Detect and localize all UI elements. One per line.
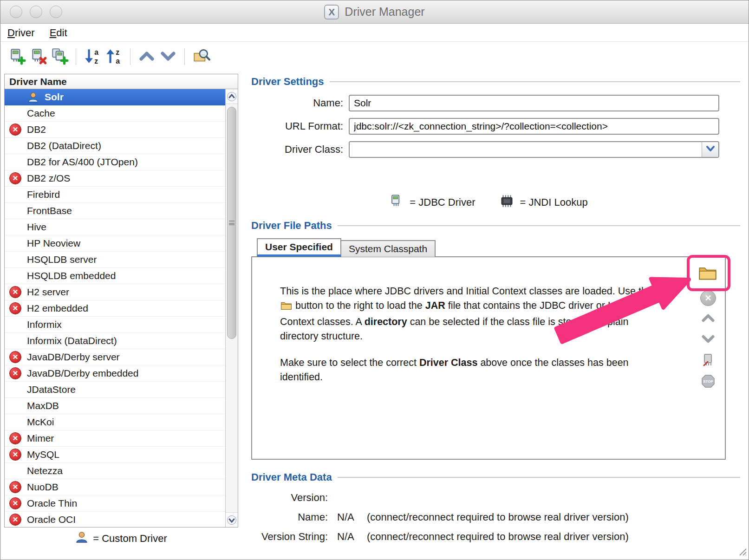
minimize-button[interactable] [30,6,42,18]
error-icon: ✕ [9,302,21,314]
driver-name-label: H2 embedded [27,303,88,314]
check-driver-button[interactable] [699,351,717,370]
driver-row-hsqldb-server[interactable]: HSQLDB server [5,252,225,268]
driver-class-dropdown-button[interactable] [702,142,718,157]
driver-icon-placeholder [9,107,23,119]
driver-row-informix[interactable]: Informix [5,317,225,333]
name-input[interactable] [349,95,719,111]
scroll-grip [229,221,234,225]
driver-row-h2-embedded[interactable]: ✕H2 embedded [5,300,225,317]
move-up-button[interactable] [136,46,157,67]
driver-row-oracle-thin[interactable]: ✕Oracle Thin [5,495,225,512]
driver-name-label: DB2 z/OS [27,173,70,184]
move-path-down-button[interactable] [699,330,717,349]
error-icon: ✕ [9,172,21,184]
toolbar-separator [76,48,76,65]
close-button[interactable] [10,6,22,18]
meta-version-string-row: Version String: N/A (connect/reconnect r… [251,529,629,545]
driver-row-solr[interactable]: Solr [5,89,225,105]
driver-name-label: MaxDB [27,400,59,411]
scroll-thumb[interactable] [227,107,236,339]
driver-icon-placeholder [9,270,23,282]
move-down-button[interactable] [157,46,179,67]
driver-name-label: HSQLDB server [27,254,97,265]
sort-descending-button[interactable]: az [82,46,103,67]
version-string-value: N/A [328,529,357,545]
driver-row-maxdb[interactable]: MaxDB [5,398,225,414]
scroll-down-button[interactable] [226,512,238,527]
driver-row-mysql[interactable]: ✕MySQL [5,447,225,463]
driver-settings-section: Driver Settings [251,76,740,88]
remove-path-button[interactable]: ✕ [699,289,717,307]
stop-icon: STOP [700,373,716,391]
driver-row-jdatastore[interactable]: JDataStore [5,382,225,398]
driver-row-oracle-oci[interactable]: ✕Oracle OCI [5,512,225,527]
toolbar: az za [0,42,749,71]
driver-row-mckoi[interactable]: McKoi [5,414,225,430]
scroll-up-button[interactable] [226,89,238,104]
driver-icon-placeholder [9,400,23,412]
meta-name-row: Name: N/A (connect/reconnect required to… [251,509,629,525]
copy-driver-icon [50,47,69,67]
tab-user-specified[interactable]: User Specified [257,238,341,257]
driver-name-label: FrontBase [27,205,72,216]
tab-system-classpath[interactable]: System Classpath [341,240,436,257]
driver-list-header[interactable]: Driver Name [5,74,238,89]
driver-row-hsqldb-embedded[interactable]: HSQLDB embedded [5,268,225,284]
driver-row-cache[interactable]: Cache [5,105,225,122]
filter-button[interactable] [190,46,212,67]
add-jar-button[interactable] [696,261,719,285]
driver-name-label: DB2 (DataDirect) [27,140,101,151]
new-driver-button[interactable] [6,46,27,67]
driver-row-firebird[interactable]: Firebird [5,187,225,203]
driver-row-db2[interactable]: ✕DB2 [5,122,225,138]
jndi-legend-text: = JNDI Lookup [520,196,588,208]
desc-text: This is the place where JDBC drivers and… [280,286,652,297]
driver-row-db2-for-as-400-jtopen[interactable]: DB2 for AS/400 (JTOpen) [5,154,225,170]
chevron-up-icon [137,49,156,65]
driver-row-javadb-derby-embedded[interactable]: ✕JavaDB/Derby embedded [5,365,225,382]
driver-name-label: Netezza [27,465,63,476]
svg-text:a: a [94,48,98,56]
driver-name-label: HSQLDB embedded [27,270,116,281]
driver-row-nuodb[interactable]: ✕NuoDB [5,479,225,495]
sort-ascending-button[interactable]: za [103,46,124,67]
menu-driver[interactable]: Driver [7,27,35,39]
remove-icon: ✕ [700,290,716,306]
driver-name-label: H2 server [27,287,69,298]
driver-row-netezza[interactable]: Netezza [5,463,225,479]
desc-bold: Driver Class [419,357,478,368]
driver-row-javadb-derby-server[interactable]: ✕JavaDB/Derby server [5,349,225,365]
svg-text:z: z [116,48,119,56]
chevron-down-icon [706,145,715,154]
description-paragraph-2: Make sure to select the correct Driver C… [280,356,656,384]
desc-bold: JAR [425,300,445,311]
driver-name-label: MySQL [27,449,59,460]
driver-row-hp-neoview[interactable]: HP Neoview [5,235,225,252]
copy-driver-button[interactable] [49,46,70,67]
driver-row-mimer[interactable]: ✕Mimer [5,430,225,447]
url-format-input[interactable] [349,118,719,135]
delete-driver-button[interactable] [27,46,49,67]
toolbar-separator [184,48,185,65]
driver-row-frontbase[interactable]: FrontBase [5,203,225,219]
chevron-down-icon [158,49,178,65]
driver-row-h2-server[interactable]: ✕H2 server [5,284,225,300]
driver-row-db2-z-os[interactable]: ✕DB2 z/OS [5,170,225,187]
driver-manager-window: X Driver Manager Driver Edit az za [0,0,749,560]
zoom-button[interactable] [50,6,62,18]
version-string-label: Version String: [251,529,328,545]
driver-row-db2-datadirect[interactable]: DB2 (DataDirect) [5,138,225,154]
custom-driver-legend-text: = Custom Driver [93,533,167,545]
driver-class-combobox [349,141,719,158]
driver-row-informix-datadirect[interactable]: Informix (DataDirect) [5,333,225,349]
new-driver-icon [7,47,26,67]
driver-class-input[interactable] [350,142,702,157]
stop-button[interactable]: STOP [699,372,717,391]
driver-row-hive[interactable]: Hive [5,219,225,235]
driver-file-paths-title: Driver File Paths [251,220,332,232]
move-path-up-button[interactable] [699,309,717,328]
resize-grip[interactable] [737,546,747,558]
menu-edit[interactable]: Edit [50,27,67,39]
custom-driver-icon [27,91,39,103]
